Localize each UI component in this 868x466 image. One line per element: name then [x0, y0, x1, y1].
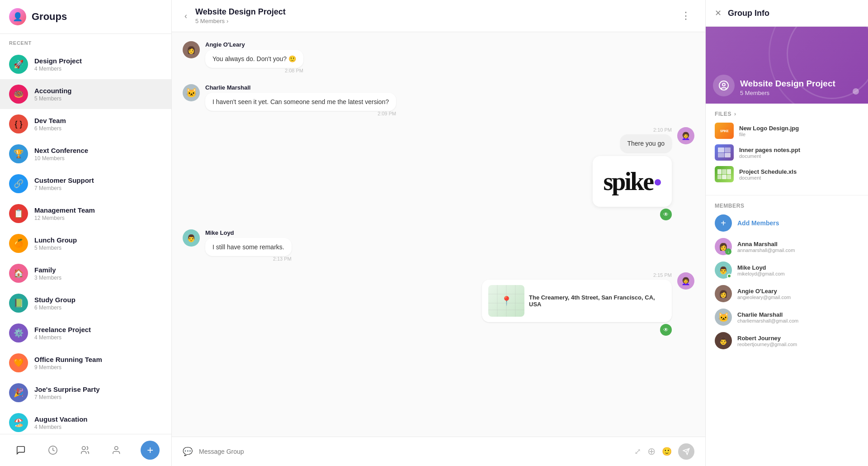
message-content: Angie O'Leary You always do. Don't you? …: [205, 41, 303, 75]
bottom-nav: +: [0, 434, 171, 466]
chat-messages: 👩 Angie O'Leary You always do. Don't you…: [172, 32, 705, 437]
chat-header-info: Website Design Project 5 Members ›: [195, 7, 671, 24]
file-name: New Logo Design.jpg: [739, 125, 799, 132]
files-section-label[interactable]: FILES ›: [715, 111, 859, 117]
nav-chat-icon[interactable]: [12, 441, 30, 459]
group-name: Dev Team: [34, 117, 162, 124]
sidebar-item-dev[interactable]: { } Dev Team 6 Members: [0, 109, 171, 139]
nav-clock-icon[interactable]: [44, 441, 62, 459]
file-name: Inner pages notes.ppt: [739, 147, 800, 153]
message-text: I haven't seen it yet. Can someone send …: [212, 98, 389, 105]
group-members: 4 Members: [34, 334, 162, 341]
map-pin-icon: 📍: [501, 295, 512, 306]
group-icon: 🍊: [9, 234, 28, 253]
seen-indicator: 👁: [660, 209, 672, 220]
add-members-label: Add Members: [737, 219, 779, 227]
message-time: 2:10 PM: [653, 127, 672, 133]
svg-point-12: [722, 83, 725, 86]
back-button[interactable]: ‹: [183, 10, 189, 23]
chevron-right-icon: ›: [734, 111, 736, 117]
message-content: Charlie Marshall I haven't seen it yet. …: [205, 84, 396, 118]
svg-point-1: [82, 447, 85, 450]
close-button[interactable]: ✕: [715, 8, 722, 18]
group-info: Joe's Surprise Party 7 Members: [34, 385, 162, 400]
send-button[interactable]: [678, 443, 694, 460]
group-members: 9 Members: [34, 364, 162, 371]
groups-list: 🚀 Design Project 4 Members 🍩 Accounting …: [0, 49, 171, 434]
chat-members-count: 5 Members: [195, 18, 225, 24]
seen-eye-icon: 👁: [660, 209, 672, 220]
message-content: Mike Loyd I still have some remarks. 2:1…: [205, 229, 292, 263]
member-item: 👨 Robert Journey reobertjourney@gmail.co…: [715, 332, 859, 349]
member-name: Mike Loyd: [737, 264, 859, 271]
status-dot: ↓: [725, 248, 731, 255]
member-item: 👩 ↓ Anna Marshall annamarshall@gmail.com: [715, 238, 859, 255]
sidebar-title: Groups: [32, 11, 67, 23]
more-options-button[interactable]: ⋮: [677, 8, 694, 24]
group-name: Office Running Team: [34, 356, 162, 363]
nav-groups-icon[interactable]: [76, 441, 94, 459]
avatar: 👩‍🦱: [677, 127, 694, 144]
sidebar-item-running[interactable]: 🧡 Office Running Team 9 Members: [0, 348, 171, 378]
group-name: Freelance Project: [34, 326, 162, 333]
file-item: Inner pages notes.ppt document: [715, 144, 859, 161]
sidebar-item-support[interactable]: 🔗 Customer Support 7 Members: [0, 169, 171, 199]
sidebar-item-conference[interactable]: 🏆 Next Conference 10 Members: [0, 139, 171, 169]
sidebar-item-design[interactable]: 🚀 Design Project 4 Members: [0, 49, 171, 79]
sidebar-item-accounting[interactable]: 🍩 Accounting 5 Members: [0, 79, 171, 109]
sidebar-item-freelance[interactable]: ⚙️ Freelance Project 4 Members: [0, 318, 171, 348]
sidebar-header: 👤 Groups: [0, 0, 171, 34]
group-members: 12 Members: [34, 215, 162, 221]
group-name: Design Project: [34, 57, 162, 65]
message-sender: Charlie Marshall: [205, 84, 396, 91]
members-label: MEMBERS: [715, 203, 745, 209]
message-content: 2:15 PM: [482, 272, 672, 336]
file-name: Project Schedule.xls: [739, 168, 797, 175]
member-info: Mike Loyd mikeloyd@gmail.com: [737, 264, 859, 276]
file-thumbnail: [715, 144, 734, 161]
emoji-icon[interactable]: 🙂: [662, 447, 672, 456]
group-name: Study Group: [34, 296, 162, 304]
sidebar-item-family[interactable]: 🏠 Family 3 Members: [0, 258, 171, 288]
sidebar-item-party[interactable]: 🎉 Joe's Surprise Party 7 Members: [0, 378, 171, 408]
group-icon: 🏆: [9, 144, 28, 163]
location-message: 📍 The Creamery, 4th Street, San Francisc…: [482, 280, 672, 322]
group-name: Management Team: [34, 206, 162, 214]
add-members-button[interactable]: + Add Members: [715, 214, 859, 232]
group-name: Family: [34, 266, 162, 274]
message-sender: Angie O'Leary: [205, 41, 303, 48]
sidebar-item-vacation[interactable]: 🏖️ August Vacation 4 Members: [0, 408, 171, 434]
group-name: Accounting: [34, 87, 162, 95]
group-members: 5 Members: [34, 95, 162, 102]
group-info: Lunch Group 5 Members: [34, 236, 162, 251]
group-name: Lunch Group: [34, 236, 162, 244]
expand-icon[interactable]: ⤢: [634, 447, 641, 456]
sidebar-item-management[interactable]: 📋 Management Team 12 Members: [0, 199, 171, 228]
svg-point-2: [114, 447, 118, 450]
member-email: annamarshall@gmail.com: [737, 247, 859, 253]
sidebar-item-lunch[interactable]: 🍊 Lunch Group 5 Members: [0, 228, 171, 258]
banner-group-icon: [713, 75, 735, 96]
message-input[interactable]: [199, 448, 628, 455]
member-info: Charlie Marshall charliemarshall@gmail.c…: [737, 311, 859, 323]
member-item: 🐱 Charlie Marshall charliemarshall@gmail…: [715, 309, 859, 326]
spike-dot: [655, 179, 661, 185]
members-section-label: MEMBERS: [715, 203, 859, 209]
message-row: 🐱 Charlie Marshall I haven't seen it yet…: [183, 84, 694, 118]
message-text: You always do. Don't you? 🙂: [212, 55, 296, 62]
sidebar-item-study[interactable]: 📗 Study Group 6 Members: [0, 288, 171, 318]
message-row-outgoing: 👩‍🦱 2:10 PM There you go spike 👁: [183, 127, 694, 220]
group-icon: { }: [9, 114, 28, 133]
add-attachment-icon[interactable]: ⊕: [647, 446, 656, 457]
member-info: Robert Journey reobertjourney@gmail.com: [737, 335, 859, 347]
recent-label: RECENT: [0, 34, 171, 49]
group-members: 4 Members: [34, 66, 162, 72]
chat-members-link[interactable]: 5 Members ›: [195, 18, 671, 24]
message-bubble: You always do. Don't you? 🙂: [205, 50, 303, 68]
nav-contacts-icon[interactable]: [108, 441, 127, 459]
new-group-button[interactable]: +: [141, 441, 160, 460]
group-icon: 📋: [9, 204, 28, 223]
member-email: charliemarshall@gmail.com: [737, 318, 859, 323]
message-time: 2:15 PM: [653, 272, 672, 278]
member-item: 👨 Mike Loyd mikeloyd@gmail.com: [715, 262, 859, 279]
